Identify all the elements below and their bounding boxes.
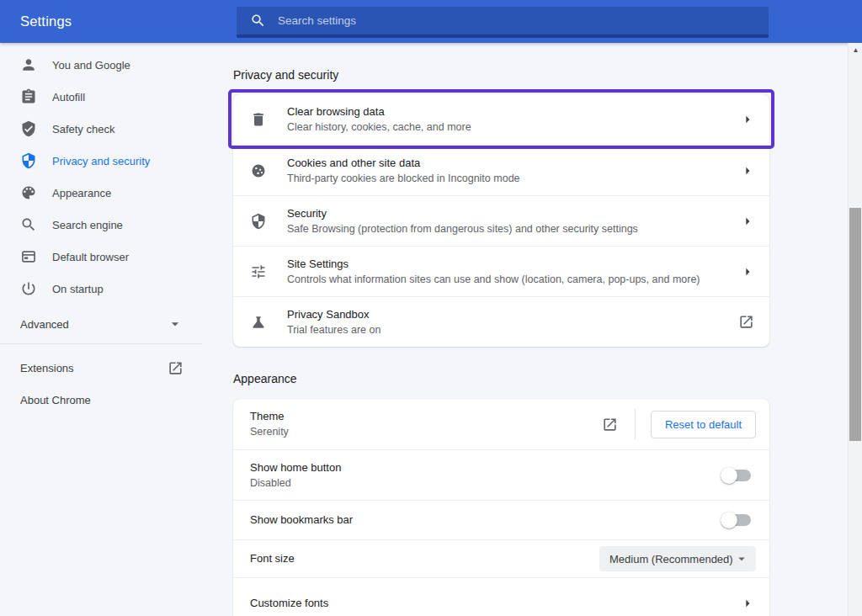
palette-icon (20, 184, 37, 201)
row-subtitle: Disabled (250, 476, 724, 491)
font-size-dropdown[interactable]: Medium (Recommended) (599, 546, 756, 571)
row-title: Site Settings (287, 257, 739, 272)
privacy-sandbox-row[interactable]: Privacy Sandbox Trial features are on (233, 296, 769, 347)
theme-row[interactable]: Theme Serenity Reset to default (233, 399, 769, 449)
row-texts: Privacy Sandbox Trial features are on (287, 307, 738, 337)
row-texts: Site Settings Controls what information … (287, 257, 739, 287)
customize-fonts-row[interactable]: Customize fonts (233, 577, 769, 616)
sidebar-item-autofill[interactable]: Autofill (0, 81, 202, 113)
open-in-new-icon (602, 417, 618, 433)
row-subtitle: Controls what information sites can use … (287, 273, 739, 287)
show-bookmarks-bar-row[interactable]: Show bookmarks bar (233, 500, 769, 539)
sidebar-item-about-chrome[interactable]: About Chrome (0, 385, 202, 415)
chevron-right-icon (739, 162, 756, 179)
row-texts: Show bookmarks bar (250, 512, 724, 528)
sidebar-item-you-and-google[interactable]: You and Google (0, 49, 202, 81)
chevron-right-icon (739, 595, 756, 612)
cookie-icon (250, 162, 267, 179)
site-settings-row[interactable]: Site Settings Controls what information … (233, 246, 769, 296)
sidebar-item-default-browser[interactable]: Default browser (0, 241, 202, 273)
row-subtitle: Safe Browsing (protection from dangerous… (287, 222, 739, 236)
search-input[interactable] (278, 14, 758, 27)
about-chrome-label: About Chrome (20, 394, 91, 406)
sidebar-item-privacy-and-security[interactable]: Privacy and security (0, 145, 202, 177)
flask-icon (250, 314, 267, 331)
chevron-right-icon (739, 111, 756, 128)
row-texts: Security Safe Browsing (protection from … (287, 206, 739, 236)
power-icon (20, 280, 37, 297)
font-size-row: Font size Medium (Recommended) (233, 539, 769, 577)
row-title: Show bookmarks bar (250, 512, 724, 528)
sidebar-item-extensions[interactable]: Extensions (0, 351, 202, 385)
main-content: Privacy and security Clear browsing data… (233, 43, 769, 616)
sidebar-item-label: Search engine (52, 219, 123, 231)
row-subtitle: Third-party cookies are blocked in Incog… (287, 172, 739, 186)
security-row[interactable]: Security Safe Browsing (protection from … (233, 195, 769, 246)
chevron-down-icon (167, 316, 184, 332)
row-subtitle: Clear history, cookies, cache, and more (287, 120, 739, 135)
tune-icon (250, 263, 267, 280)
sidebar: You and Google Autofill Safety check Pri… (0, 43, 202, 415)
scrollbar[interactable]: ▲ (848, 43, 862, 616)
sidebar-item-label: Default browser (52, 251, 129, 263)
shield-icon (250, 213, 267, 230)
advanced-label: Advanced (20, 318, 69, 331)
open-in-new-icon (168, 360, 184, 376)
row-title: Show home button (250, 460, 724, 475)
appearance-section-heading: Appearance (233, 372, 769, 385)
toggle-knob (721, 467, 737, 484)
chrome-settings-page: Settings You and Google Autofill Safety … (0, 0, 862, 616)
sidebar-item-safety-check[interactable]: Safety check (0, 113, 202, 145)
reset-to-default-button[interactable]: Reset to default (651, 411, 756, 438)
privacy-card: Clear browsing data Clear history, cooki… (233, 94, 769, 347)
clear-browsing-data-row[interactable]: Clear browsing data Clear history, cooki… (233, 94, 769, 145)
toggle-knob (721, 512, 737, 528)
row-texts: Clear browsing data Clear history, cooki… (287, 104, 739, 135)
sidebar-item-label: Safety check (52, 123, 114, 135)
row-texts: Customize fonts (250, 596, 739, 611)
row-subtitle: Trial features are on (287, 323, 738, 337)
scrollbar-up-arrow-icon[interactable]: ▲ (849, 43, 862, 54)
security-shield-icon (20, 152, 37, 169)
show-home-button-row[interactable]: Show home button Disabled (233, 449, 769, 500)
privacy-section-heading: Privacy and security (233, 68, 769, 82)
sidebar-item-advanced[interactable]: Advanced (0, 306, 202, 342)
search-icon (20, 216, 37, 233)
sidebar-item-label: Appearance (52, 187, 111, 199)
sidebar-divider (0, 343, 202, 344)
row-title: Theme (250, 409, 602, 424)
chevron-right-icon (739, 263, 756, 280)
row-title: Clear browsing data (287, 104, 739, 119)
trash-icon (250, 111, 267, 128)
row-title: Customize fonts (250, 596, 739, 611)
page-title: Settings (20, 13, 72, 29)
cookies-row[interactable]: Cookies and other site data Third-party … (233, 145, 769, 195)
chevron-down-icon (734, 551, 749, 566)
browser-window-icon (20, 248, 37, 265)
row-texts: Font size (250, 551, 599, 566)
home-button-toggle[interactable] (724, 470, 751, 481)
row-texts: Theme Serenity (250, 409, 602, 439)
sidebar-item-appearance[interactable]: Appearance (0, 177, 202, 209)
chevron-right-icon (739, 213, 756, 230)
sidebar-item-on-startup[interactable]: On startup (0, 273, 202, 305)
sidebar-item-search-engine[interactable]: Search engine (0, 209, 202, 241)
row-texts: Show home button Disabled (250, 460, 724, 491)
row-title: Security (287, 206, 739, 221)
search-box[interactable] (237, 7, 769, 38)
open-in-new-icon (738, 314, 754, 330)
shield-check-icon (20, 120, 37, 137)
row-texts: Cookies and other site data Third-party … (287, 156, 739, 186)
row-title: Cookies and other site data (287, 156, 739, 171)
sidebar-item-label: On startup (52, 283, 104, 295)
appearance-card: Theme Serenity Reset to default Show hom… (233, 399, 769, 616)
person-icon (20, 56, 37, 73)
dropdown-value: Medium (Recommended) (609, 553, 733, 566)
sidebar-item-label: Autofill (52, 91, 85, 104)
search-icon (250, 13, 266, 29)
scrollbar-thumb[interactable] (849, 208, 861, 441)
row-title: Privacy Sandbox (287, 307, 738, 322)
row-title: Font size (250, 551, 599, 566)
bookmarks-bar-toggle[interactable] (724, 514, 751, 526)
autofill-icon (20, 88, 37, 105)
